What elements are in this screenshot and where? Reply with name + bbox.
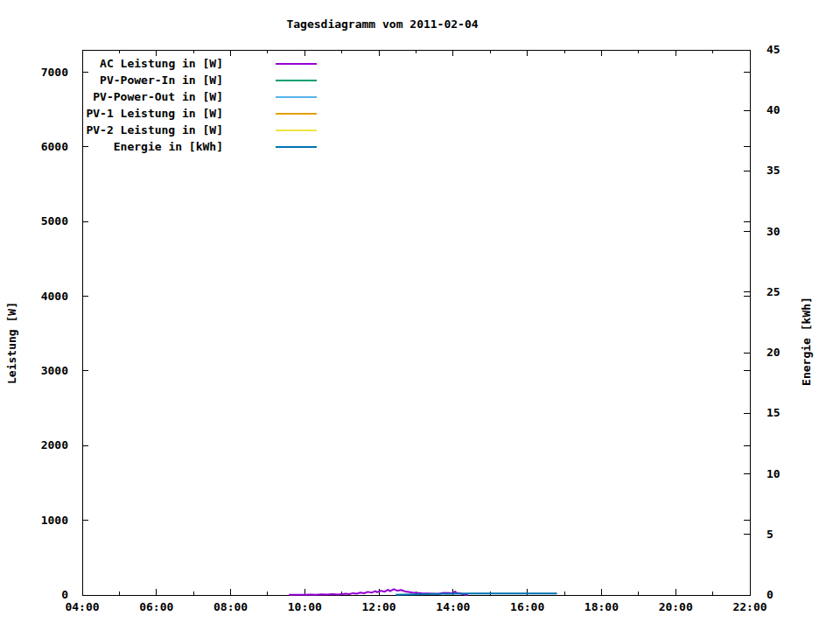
y-right-tick-label: 10 (766, 467, 780, 480)
y-right-ticks: 051015202530354045 (744, 43, 780, 601)
legend-label: PV-2 Leistung in [W] (82, 123, 223, 136)
legend-item: PV-1 Leistung in [W] (82, 105, 317, 122)
y-right-tick-label: 5 (766, 528, 774, 541)
x-tick-label: 22:00 (732, 600, 766, 613)
x-tick-label: 18:00 (584, 600, 619, 613)
x-tick-label: 12:00 (362, 600, 396, 613)
legend-line-swatch (276, 80, 317, 81)
x-tick-label: 14:00 (436, 600, 470, 613)
y-left-tick-label: 1000 (41, 514, 68, 527)
y-left-tick-label: 6000 (41, 140, 68, 153)
legend-label: PV-Power-In in [W] (82, 74, 223, 87)
legend-label: PV-1 Leistung in [W] (82, 107, 223, 120)
y-right-tick-label: 35 (766, 164, 780, 177)
x-tick-label: 08:00 (214, 600, 248, 613)
legend-line-swatch (276, 130, 317, 131)
y-left-tick-label: 4000 (41, 290, 68, 303)
legend-label: Energie in [kWh] (82, 140, 223, 153)
legend-label: PV-Power-Out in [W] (82, 90, 223, 103)
x-tick-label: 10:00 (288, 600, 322, 613)
legend: AC Leistung in [W]PV-Power-In in [W]PV-P… (82, 55, 317, 155)
series-lines (289, 589, 556, 595)
y-right-tick-label: 40 (766, 103, 780, 116)
legend-line-swatch (276, 146, 317, 148)
chart-canvas: Tagesdiagramm vom 2011-02-04 Leistung [W… (0, 0, 840, 630)
legend-item: PV-2 Leistung in [W] (82, 122, 317, 138)
x-tick-label: 04:00 (65, 600, 99, 613)
y-right-tick-label: 20 (766, 346, 780, 359)
y-left-tick-label: 5000 (41, 214, 68, 228)
y-right-tick-label: 0 (766, 588, 774, 601)
legend-item: PV-Power-In in [W] (82, 72, 317, 88)
legend-line-swatch (276, 63, 317, 65)
y-left-tick-label: 0 (61, 588, 68, 601)
x-tick-label: 16:00 (510, 600, 544, 613)
legend-item: AC Leistung in [W] (82, 55, 317, 72)
legend-item: Energie in [kWh] (82, 138, 317, 155)
series-line-energie-in-kwh- (396, 593, 556, 595)
legend-line-swatch (276, 96, 317, 98)
y-left-tick-label: 7000 (41, 66, 68, 79)
x-tick-label: 20:00 (659, 600, 693, 613)
x-tick-label: 06:00 (139, 600, 173, 613)
y-left-tick-label: 3000 (41, 364, 68, 377)
y-right-tick-label: 30 (766, 225, 780, 238)
legend-line-swatch (276, 113, 317, 115)
y-right-tick-label: 25 (766, 285, 780, 298)
legend-item: PV-Power-Out in [W] (82, 88, 317, 105)
y-left-tick-label: 2000 (41, 438, 68, 452)
y-right-tick-label: 15 (766, 406, 780, 419)
y-right-tick-label: 45 (766, 43, 780, 56)
legend-label: AC Leistung in [W] (82, 57, 223, 70)
